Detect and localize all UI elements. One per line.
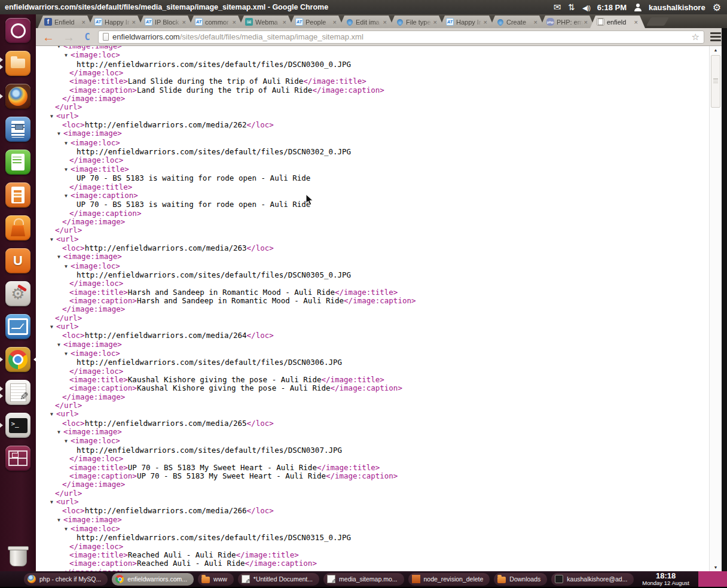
address-bar[interactable]: enfieldwarriors.com/sites/default/files/… bbox=[98, 31, 704, 44]
tab-close-icon[interactable]: × bbox=[633, 19, 638, 26]
session-gear-icon[interactable] bbox=[713, 2, 721, 13]
xml-text-value: http://enfieldwarriors.com/media/262 bbox=[85, 120, 247, 129]
xml-collapse-arrow-icon[interactable] bbox=[57, 130, 63, 138]
tab-close-icon[interactable]: × bbox=[131, 19, 136, 26]
scrollbar[interactable]: ▲ ▼ bbox=[709, 46, 722, 571]
back-button[interactable]: ← bbox=[41, 31, 56, 44]
xml-collapse-arrow-icon[interactable] bbox=[65, 139, 71, 148]
tab-label: Edit ima bbox=[356, 19, 382, 26]
forward-button[interactable]: → bbox=[61, 31, 77, 44]
xml-tag: <image:loc> bbox=[71, 436, 120, 445]
reload-button[interactable]: C bbox=[81, 32, 93, 42]
taskbar-button-5[interactable]: media_sitemap.mo... bbox=[323, 573, 404, 586]
scrollbar-down-arrow[interactable]: ▼ bbox=[710, 563, 722, 571]
launcher-system-monitor[interactable] bbox=[5, 314, 30, 339]
xml-collapse-arrow-icon[interactable] bbox=[50, 498, 56, 507]
xml-collapse-arrow-icon[interactable] bbox=[50, 323, 56, 331]
xml-line: http://enfieldwarriors.com/sites/default… bbox=[36, 60, 722, 69]
sync-arrows-icon[interactable] bbox=[568, 2, 575, 12]
system-monitor-icon bbox=[5, 314, 30, 339]
launcher-terminal[interactable]: >_ bbox=[5, 413, 30, 438]
xml-collapse-arrow-icon[interactable] bbox=[57, 46, 63, 51]
xml-collapse-arrow-icon[interactable] bbox=[50, 236, 56, 244]
browser-tab-3[interactable]: IP Block× bbox=[138, 16, 193, 28]
volume-icon[interactable] bbox=[582, 3, 590, 12]
running-indicator bbox=[0, 423, 5, 428]
browser-tab-8[interactable]: File type× bbox=[389, 16, 444, 28]
launcher-gedit[interactable] bbox=[5, 380, 30, 405]
xml-collapse-arrow-icon[interactable] bbox=[65, 166, 71, 174]
launcher-firefox[interactable] bbox=[5, 84, 30, 109]
browser-tab-6[interactable]: People× bbox=[289, 16, 344, 28]
launcher-ubuntu-one[interactable]: U bbox=[5, 248, 30, 273]
taskbar-button-8[interactable]: kaushalkishore@ad... bbox=[551, 573, 634, 586]
xml-collapse-arrow-icon[interactable] bbox=[57, 516, 63, 525]
bookmark-star-icon[interactable]: ☆ bbox=[692, 32, 699, 42]
launcher-libreoffice-writer[interactable] bbox=[5, 117, 30, 142]
xml-collapse-arrow-icon[interactable] bbox=[65, 51, 71, 60]
xml-collapse-arrow-icon[interactable] bbox=[57, 253, 63, 261]
tray-clock[interactable]: 6:18 PM bbox=[597, 3, 627, 12]
xml-collapse-arrow-icon[interactable] bbox=[57, 341, 63, 349]
browser-tab-5[interactable]: Webma× bbox=[239, 16, 294, 28]
xml-line: </url> bbox=[36, 103, 722, 111]
scrollbar-up-arrow[interactable]: ▲ bbox=[710, 46, 722, 54]
running-indicator bbox=[0, 394, 5, 398]
taskbar-button-1[interactable]: php - check if MySQ... bbox=[24, 573, 108, 586]
launcher-files[interactable] bbox=[5, 51, 30, 76]
tab-close-icon[interactable]: × bbox=[231, 19, 236, 26]
chrome-menu-icon[interactable] bbox=[709, 32, 722, 42]
tab-close-icon[interactable]: × bbox=[382, 19, 387, 26]
tab-close-icon[interactable]: × bbox=[282, 19, 286, 26]
browser-tab-9[interactable]: Happy Ir× bbox=[439, 16, 494, 28]
xml-collapse-arrow-icon[interactable] bbox=[65, 437, 71, 446]
xml-collapse-arrow-icon[interactable] bbox=[65, 263, 71, 271]
xml-tag: </image:loc> bbox=[69, 542, 123, 551]
launcher-google-chrome[interactable] bbox=[5, 347, 30, 372]
tab-close-icon[interactable]: × bbox=[533, 19, 537, 26]
tab-close-icon[interactable]: × bbox=[181, 19, 186, 26]
new-tab-button[interactable] bbox=[646, 17, 669, 26]
tab-close-icon[interactable]: × bbox=[583, 19, 588, 26]
tab-close-icon[interactable]: × bbox=[482, 19, 487, 26]
browser-tab-4[interactable]: commor× bbox=[188, 16, 243, 28]
tab-close-icon[interactable]: × bbox=[81, 19, 85, 26]
xml-collapse-arrow-icon[interactable] bbox=[65, 525, 71, 534]
drupal-favicon-icon bbox=[346, 18, 353, 26]
browser-tab-10[interactable]: Create× bbox=[490, 16, 545, 28]
launcher-trash[interactable] bbox=[5, 544, 30, 569]
xml-collapse-arrow-icon[interactable] bbox=[50, 112, 56, 121]
launcher-libreoffice-calc[interactable] bbox=[5, 150, 30, 175]
taskbar-button-7[interactable]: Downloads bbox=[494, 573, 547, 586]
xml-line: <image:loc> bbox=[36, 349, 722, 358]
taskbar-button-3[interactable]: www bbox=[198, 573, 234, 586]
xml-viewer: <image:image><image:loc>http://enfieldwa… bbox=[36, 46, 722, 571]
at-favicon-icon bbox=[295, 18, 303, 26]
xml-collapse-arrow-icon[interactable] bbox=[65, 192, 71, 200]
xml-collapse-arrow-icon[interactable] bbox=[50, 410, 56, 419]
tray-username[interactable]: kaushalkishore bbox=[649, 3, 705, 12]
tab-close-icon[interactable]: × bbox=[432, 19, 437, 26]
taskbar-button-4[interactable]: *Untitled Document... bbox=[238, 573, 319, 586]
browser-tab-7[interactable]: Edit ima× bbox=[339, 16, 394, 28]
launcher-ubuntu-dash[interactable] bbox=[5, 18, 30, 43]
launcher-system-settings[interactable] bbox=[5, 281, 30, 306]
launcher-workspace-switcher[interactable] bbox=[5, 446, 30, 471]
browser-tab-2[interactable]: Happy Ir× bbox=[88, 16, 143, 28]
scrollbar-thumb[interactable] bbox=[711, 55, 720, 108]
taskbar-button-2[interactable]: enfieldwarriors.com... bbox=[112, 573, 194, 586]
browser-tab-11[interactable]: PHP: em× bbox=[540, 16, 595, 28]
xml-collapse-arrow-icon[interactable] bbox=[57, 428, 63, 437]
xml-line: <image:caption>Reached Auli - Auli Ride<… bbox=[36, 559, 722, 568]
launcher-libreoffice-impress[interactable] bbox=[5, 182, 30, 208]
taskbar-button-6[interactable]: node_revision_delete bbox=[408, 573, 490, 586]
mail-icon[interactable] bbox=[554, 2, 561, 13]
xml-text-value: http://enfieldwarriors.com/media/266 bbox=[85, 506, 247, 515]
tab-close-icon[interactable]: × bbox=[332, 19, 337, 26]
xml-collapse-arrow-icon[interactable] bbox=[65, 350, 71, 358]
xml-line: </url> bbox=[36, 489, 722, 498]
launcher-software-center[interactable] bbox=[5, 215, 30, 240]
taskbar-clock[interactable]: 18:18 Monday 12 August bbox=[642, 572, 694, 587]
browser-tab-12[interactable]: enfield× bbox=[590, 16, 645, 28]
browser-tab-1[interactable]: Enfield× bbox=[38, 16, 93, 28]
